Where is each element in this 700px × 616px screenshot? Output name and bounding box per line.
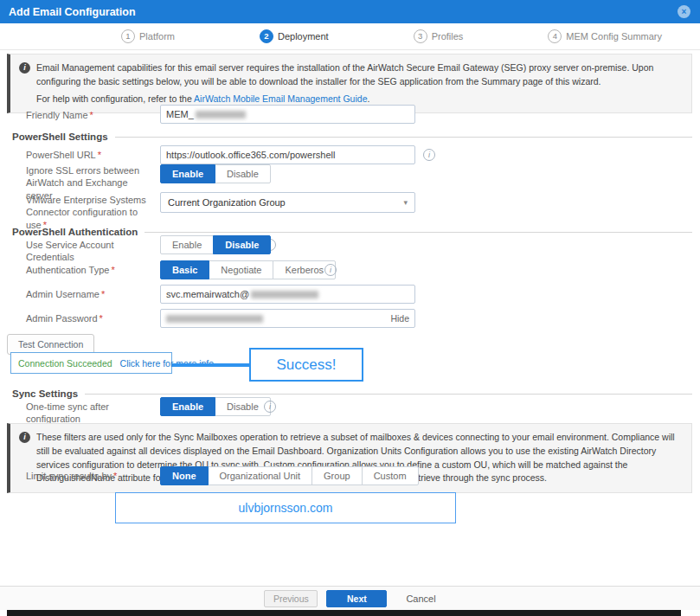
connector-config-select[interactable]: Current Organization Group ▾: [160, 192, 415, 213]
step-number-badge: 4: [548, 29, 562, 43]
powershell-settings-section: PowerShell Settings: [12, 132, 692, 142]
one-time-sync-disable-button[interactable]: Disable: [215, 397, 271, 416]
limit-sync-toggle: None Organizational Unit Group Custom: [160, 466, 419, 485]
step-number-badge: 1: [121, 29, 135, 43]
one-time-sync-toggle: Enable Disable: [160, 397, 271, 416]
info-icon[interactable]: i: [324, 264, 337, 276]
connector-config-label: VMware Enterprise Systems Connector conf…: [26, 194, 154, 231]
step-label: Deployment: [278, 31, 329, 42]
redacted-text: [251, 291, 318, 298]
step-label: Platform: [139, 31, 175, 42]
info-icon[interactable]: i: [264, 401, 276, 413]
service-account-toggle: Enable Disable: [160, 235, 271, 254]
redacted-text: [166, 315, 263, 323]
auth-type-negotiate-button[interactable]: Negotiate: [209, 260, 273, 279]
limit-sync-none-button[interactable]: None: [160, 466, 209, 485]
step-mem-config-summary[interactable]: 4 MEM Config Summary: [548, 29, 662, 43]
auth-type-basic-button[interactable]: Basic: [160, 260, 209, 279]
bottom-taskbar-strip: [7, 610, 681, 616]
admin-password-label: Admin Password*: [26, 312, 154, 324]
connection-succeeded-text: Connection Succeeded: [18, 358, 112, 369]
seg-banner-text: Email Management capabilities for this e…: [36, 61, 679, 89]
success-annotation: Success!: [249, 348, 363, 382]
friendly-name-input[interactable]: MEM_: [160, 105, 415, 124]
one-time-sync-label: One-time sync after configuration: [26, 401, 154, 426]
cancel-button[interactable]: Cancel: [406, 594, 435, 604]
sync-settings-section: Sync Settings: [12, 388, 692, 399]
annotation-connector-line: [172, 363, 249, 367]
admin-username-input[interactable]: svc.memairwatch@: [160, 285, 415, 304]
service-account-label: Use Service Account Credentials: [26, 239, 154, 264]
ignore-ssl-enable-button[interactable]: Enable: [160, 164, 215, 183]
redacted-text: [196, 111, 246, 119]
limit-sync-group-button[interactable]: Group: [311, 466, 363, 485]
friendly-name-label: Friendly Name*: [26, 109, 154, 121]
powershell-url-input[interactable]: https://outlook.office365.com/powershell: [160, 145, 415, 164]
limit-sync-custom-button[interactable]: Custom: [362, 466, 419, 485]
admin-password-input[interactable]: Hide: [160, 309, 415, 328]
dialog-titlebar: Add Email Configuration ×: [0, 0, 700, 23]
step-deployment[interactable]: 2 Deployment: [260, 29, 329, 43]
domain-annotation: ulvbjornsson.com: [115, 492, 456, 523]
info-icon: i: [19, 62, 30, 74]
hide-password-link[interactable]: Hide: [390, 313, 409, 324]
service-account-disable-button[interactable]: Disable: [213, 235, 271, 254]
info-icon: i: [19, 432, 30, 443]
service-account-enable-button[interactable]: Enable: [160, 235, 214, 254]
previous-button[interactable]: Previous: [264, 590, 318, 607]
close-icon[interactable]: ×: [678, 5, 690, 18]
chevron-down-icon: ▾: [403, 198, 408, 207]
powershell-authentication-section: PowerShell Authentication: [12, 227, 692, 237]
next-button[interactable]: Next: [326, 590, 387, 607]
step-number-badge: 2: [260, 29, 273, 43]
step-label: MEM Config Summary: [566, 31, 662, 42]
step-platform[interactable]: 1 Platform: [121, 29, 175, 43]
admin-username-label: Admin Username*: [26, 288, 154, 300]
limit-sync-label: Limit sync results by*: [26, 470, 154, 482]
ignore-ssl-toggle: Enable Disable: [160, 164, 271, 183]
seg-banner-help: For help with configuration, refer to th…: [36, 93, 679, 106]
step-profiles[interactable]: 3 Profiles: [414, 29, 464, 43]
ignore-ssl-disable-button[interactable]: Disable: [215, 164, 271, 183]
one-time-sync-enable-button[interactable]: Enable: [160, 397, 215, 416]
connection-status-box: Connection Succeeded Click here for more…: [10, 352, 172, 374]
limit-sync-organizational-unit-button[interactable]: Organizational Unit: [208, 466, 313, 485]
info-icon[interactable]: i: [423, 149, 435, 161]
wizard-steps: 1 Platform 2 Deployment 3 Profiles 4 MEM…: [0, 23, 700, 50]
dialog-title: Add Email Configuration: [0, 6, 136, 18]
mem-guide-link[interactable]: AirWatch Mobile Email Management Guide: [194, 93, 367, 104]
auth-type-label: Authentication Type*: [26, 264, 154, 276]
dialog-footer: Previous Next Cancel: [0, 586, 700, 610]
auth-type-toggle: Basic Negotiate Kerberos: [160, 260, 336, 279]
powershell-url-label: PowerShell URL*: [26, 149, 154, 161]
add-email-configuration-dialog: Add Email Configuration × 1 Platform 2 D…: [0, 0, 700, 616]
step-number-badge: 3: [414, 29, 427, 43]
step-label: Profiles: [432, 31, 464, 42]
